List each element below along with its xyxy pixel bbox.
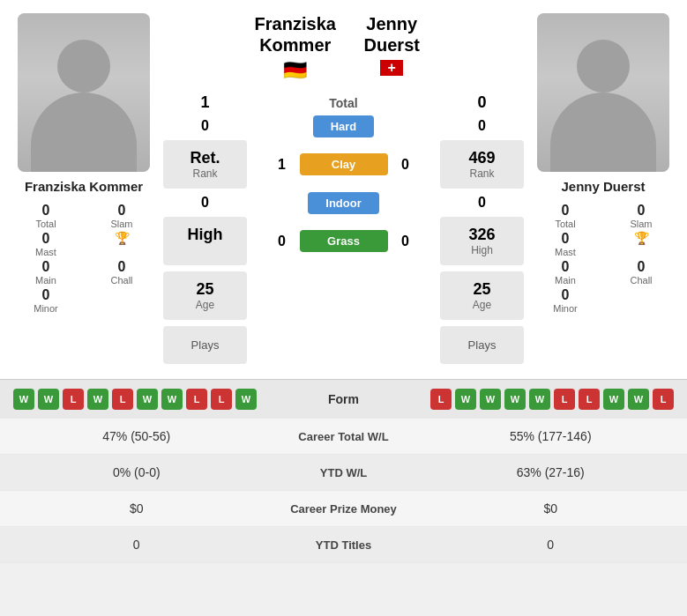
form-badge: W <box>480 389 501 410</box>
form-badge: W <box>529 389 550 410</box>
indoor-button: Indoor <box>308 192 378 214</box>
left-stat-minor: 0 Minor <box>9 287 83 314</box>
left-player-name: Franziska Kommer <box>25 179 143 194</box>
right-player-header-name: Jenny Duerst <box>344 13 441 56</box>
form-badge: W <box>38 389 59 410</box>
form-badge: W <box>235 389 257 410</box>
form-badge: L <box>554 389 575 410</box>
form-badge: L <box>112 389 133 410</box>
left-trophy-icon: 🏆 <box>85 231 159 257</box>
right-stat-mast: 0 Mast <box>528 231 602 257</box>
left-age-box: 25 Age <box>163 271 247 320</box>
left-age-label: Age <box>168 299 243 311</box>
right-stat-slam: 0 Slam <box>604 203 678 229</box>
right-player-name: Jenny Duerst <box>561 179 645 194</box>
right-hard-score: 0 <box>440 118 524 134</box>
right-flag: + <box>380 59 403 76</box>
left-plays-box: Plays <box>163 326 247 364</box>
form-badge: L <box>211 389 232 410</box>
left-form-badges: WWLWLWWLLW <box>13 389 257 410</box>
stat-row-right-2: $0 <box>432 501 670 516</box>
right-stat-main: 0 Main <box>528 259 602 286</box>
right-plays-box: Plays <box>440 326 524 364</box>
comparison-row: 47% (50-56) Career Total W/L 55% (177-14… <box>0 419 687 455</box>
form-badge: L <box>579 389 600 410</box>
stat-row-mid-2: Career Prize Money <box>256 502 432 516</box>
right-plays-label: Plays <box>444 338 519 352</box>
left-grass-score: 0 <box>273 234 291 249</box>
stat-row-mid-0: Career Total W/L <box>256 430 432 443</box>
form-badge: W <box>161 389 183 410</box>
form-badge: L <box>430 389 452 410</box>
right-player-card: Jenny Duerst 0 Total 0 Slam 0 Mast 🏆 <box>528 13 678 366</box>
comparison-row: 0 YTD Titles 0 <box>0 527 687 563</box>
form-badge: L <box>653 389 674 410</box>
stats-rows: 47% (50-56) Career Total W/L 55% (177-14… <box>0 419 687 563</box>
right-total-score: 0 <box>440 93 524 112</box>
stat-row-right-1: 63% (27-16) <box>432 465 670 479</box>
stat-row-left-2: $0 <box>18 501 256 516</box>
left-total-score: 1 <box>163 93 247 112</box>
right-trophy-icon: 🏆 <box>604 231 678 257</box>
right-indoor-score: 0 <box>440 195 524 211</box>
stat-row-left-1: 0% (0-0) <box>18 465 256 479</box>
form-badge: W <box>87 389 108 410</box>
left-high-box: High <box>163 217 247 265</box>
right-clay-score: 0 <box>397 157 414 173</box>
form-badge: W <box>455 389 476 410</box>
form-badge: W <box>13 389 34 410</box>
right-age-label: Age <box>444 299 519 311</box>
right-grass-score: 0 <box>397 234 414 249</box>
left-stat-mast: 0 Mast <box>9 231 83 257</box>
right-stat-total: 0 Total <box>528 203 602 229</box>
middle-panel: Franziska Kommer 🇩🇪 Jenny Duerst + 1 <box>163 13 524 366</box>
right-player-avatar <box>537 13 669 172</box>
left-high-label: High <box>168 226 243 244</box>
left-player-avatar <box>18 13 150 172</box>
left-player-header-name: Franziska Kommer <box>247 13 344 56</box>
left-age-value: 25 <box>168 280 243 299</box>
comparison-row: $0 Career Prize Money $0 <box>0 491 687 527</box>
clay-button: Clay <box>300 153 388 175</box>
left-stat-main: 0 Main <box>9 259 83 286</box>
form-label: Form <box>264 392 423 406</box>
form-badge: W <box>628 389 649 410</box>
stat-row-right-0: 55% (177-146) <box>432 429 670 443</box>
form-badge: W <box>603 389 624 410</box>
left-player-card: Franziska Kommer 0 Total 0 Slam 0 Mast 🏆 <box>9 13 159 366</box>
right-high-box: 326 High <box>440 217 524 265</box>
form-badge: W <box>137 389 158 410</box>
left-stat-slam: 0 Slam <box>85 203 159 229</box>
left-stat-chall: 0 Chall <box>85 259 159 286</box>
left-clay-score: 1 <box>273 157 291 173</box>
comparison-row: 0% (0-0) YTD W/L 63% (27-16) <box>0 455 687 491</box>
left-rank-box: Ret. Rank <box>163 140 247 189</box>
stat-row-left-0: 47% (50-56) <box>18 429 256 443</box>
right-age-value: 25 <box>444 280 519 299</box>
right-high-label: High <box>444 244 519 256</box>
stat-row-mid-1: YTD W/L <box>256 466 432 479</box>
left-rank-value: Ret. <box>168 149 243 167</box>
right-rank-box: 469 Rank <box>440 140 524 189</box>
right-rank-value: 469 <box>444 149 519 167</box>
left-rank-label: Rank <box>168 167 243 180</box>
form-badge: W <box>504 389 526 410</box>
left-indoor-score: 0 <box>163 195 247 211</box>
stat-row-left-3: 0 <box>18 538 256 552</box>
right-rank-label: Rank <box>444 167 519 180</box>
grass-button: Grass <box>300 230 388 252</box>
form-section: WWLWLWWLLW Form LWWWWLLWWL <box>0 379 687 419</box>
form-badge: L <box>186 389 207 410</box>
form-badge: L <box>63 389 84 410</box>
total-label: Total <box>329 96 357 110</box>
right-form-badges: LWWWWLLWWL <box>430 389 674 410</box>
stat-row-mid-3: YTD Titles <box>256 538 432 552</box>
stat-row-right-3: 0 <box>432 538 670 552</box>
left-flag: 🇩🇪 <box>283 59 307 82</box>
right-high-value: 326 <box>444 226 519 244</box>
left-hard-score: 0 <box>163 118 247 134</box>
right-age-box: 25 Age <box>440 271 524 320</box>
right-stat-chall: 0 Chall <box>604 259 678 286</box>
left-stat-total: 0 Total <box>9 203 83 229</box>
left-plays-label: Plays <box>168 338 243 352</box>
